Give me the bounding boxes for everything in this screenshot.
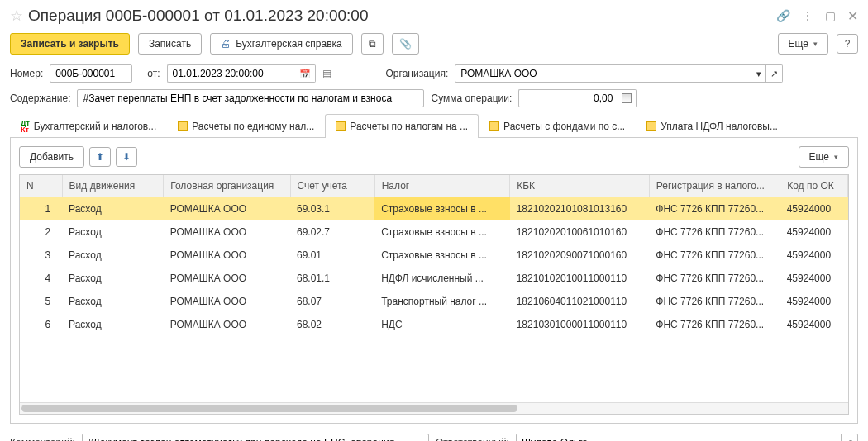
move-down-button[interactable]: ⬇ xyxy=(116,147,137,167)
col-kod[interactable]: Код по ОК xyxy=(780,175,848,197)
comment-label: Комментарий: xyxy=(10,437,75,441)
table-row[interactable]: 4РасходРОМАШКА ООО68.01.1НДФЛ исчисленны… xyxy=(20,267,848,290)
number-input[interactable] xyxy=(50,64,132,83)
responsible-input[interactable] xyxy=(516,434,827,441)
kebab-icon[interactable]: ⋮ xyxy=(802,9,813,22)
cell-nalog: НДФЛ исчисленный ... xyxy=(374,267,510,290)
cell-kbk: 18210301000011000110 xyxy=(510,313,650,336)
cell-kod: 45924000 xyxy=(780,313,848,336)
cell-org: РОМАШКА ООО xyxy=(164,197,290,221)
cell-n: 4 xyxy=(20,267,62,290)
cell-kbk: 18210202101081013160 xyxy=(510,197,650,221)
cell-reg: ФНС 7726 КПП 77260... xyxy=(649,290,780,313)
cell-kbk: 18210202090071000160 xyxy=(510,244,650,267)
cell-kod: 45924000 xyxy=(780,220,848,244)
more-button[interactable]: Еще xyxy=(778,33,828,55)
col-acct[interactable]: Счет учета xyxy=(290,175,374,197)
save-close-button[interactable]: Записать и закрыть xyxy=(10,33,130,55)
cell-vid: Расход xyxy=(62,244,164,267)
cell-nalog: Транспортный налог ... xyxy=(374,290,510,313)
cell-n: 6 xyxy=(20,313,62,336)
cell-kod: 45924000 xyxy=(780,244,848,267)
tab-label: Расчеты по налогам на ... xyxy=(350,121,468,132)
save-button[interactable]: Записать xyxy=(138,33,202,55)
link-icon[interactable]: 🔗 xyxy=(776,9,790,22)
tab-label: Уплата НДФЛ налоговы... xyxy=(661,121,778,132)
col-vid[interactable]: Вид движения xyxy=(62,175,164,197)
cell-acct: 68.07 xyxy=(290,290,374,313)
tab-label: Расчеты с фондами по с... xyxy=(503,121,625,132)
debit-credit-icon: ДтКт xyxy=(21,120,30,133)
date-extra-icon[interactable]: ▤ xyxy=(322,68,331,79)
table-row[interactable]: 2РасходРОМАШКА ООО69.02.7Страховые взнос… xyxy=(20,220,848,244)
copy-icon-button[interactable]: ⧉ xyxy=(361,33,384,55)
org-label: Организация: xyxy=(386,68,449,79)
cell-acct: 68.01.1 xyxy=(290,267,374,290)
panel-more-button[interactable]: Еще xyxy=(799,146,849,168)
tab-icon xyxy=(336,121,346,131)
tab[interactable]: Расчеты по единому нал... xyxy=(167,114,325,138)
horizontal-scrollbar[interactable] xyxy=(20,402,848,414)
cell-reg: ФНС 7726 КПП 77260... xyxy=(649,244,780,267)
cell-acct: 68.02 xyxy=(290,313,374,336)
org-input[interactable] xyxy=(455,64,752,83)
close-icon[interactable]: ✕ xyxy=(847,8,858,24)
tab-icon xyxy=(178,121,188,131)
window-icon[interactable]: ▢ xyxy=(825,9,836,22)
content-input[interactable] xyxy=(77,89,424,107)
table-row[interactable]: 5РасходРОМАШКА ООО68.07Транспортный нало… xyxy=(20,290,848,313)
comment-input[interactable] xyxy=(82,434,429,441)
cell-acct: 69.03.1 xyxy=(290,197,374,221)
favorite-star-icon[interactable]: ☆ xyxy=(10,7,23,25)
attachment-button[interactable]: 📎 xyxy=(392,33,419,55)
table-row[interactable]: 6РасходРОМАШКА ООО68.02НДС18210301000011… xyxy=(20,313,848,336)
responsible-open-icon[interactable]: ↗ xyxy=(842,434,858,441)
tab[interactable]: Расчеты с фондами по с... xyxy=(479,114,636,138)
cell-vid: Расход xyxy=(62,220,164,244)
add-button[interactable]: Добавить xyxy=(19,146,84,168)
cell-vid: Расход xyxy=(62,313,164,336)
sum-label: Сумма операции: xyxy=(431,92,512,104)
cell-reg: ФНС 7726 КПП 77260... xyxy=(649,313,780,336)
printer-icon: 🖨 xyxy=(221,38,231,50)
responsible-label: Ответственный: xyxy=(436,437,509,441)
col-kbk[interactable]: КБК xyxy=(510,175,650,197)
org-open-icon[interactable]: ↗ xyxy=(766,64,783,83)
content-label: Содержание: xyxy=(10,92,70,104)
tab[interactable]: ДтКтБухгалтерский и налогов... xyxy=(10,114,167,138)
cell-vid: Расход xyxy=(62,197,164,221)
calendar-icon[interactable]: 📅 xyxy=(295,64,316,83)
cell-kbk: 18210102010011000110 xyxy=(510,267,650,290)
tab[interactable]: Уплата НДФЛ налоговы... xyxy=(636,114,789,138)
number-label: Номер: xyxy=(10,68,43,79)
cell-reg: ФНС 7726 КПП 77260... xyxy=(649,197,780,221)
col-org[interactable]: Головная организация xyxy=(164,175,290,197)
sum-input[interactable] xyxy=(518,89,618,107)
cell-kbk: 18210604011021000110 xyxy=(510,290,650,313)
move-up-button[interactable]: ⬆ xyxy=(89,147,111,167)
cell-reg: ФНС 7726 КПП 77260... xyxy=(649,267,780,290)
cell-org: РОМАШКА ООО xyxy=(164,290,290,313)
col-nalog[interactable]: Налог xyxy=(374,175,510,197)
org-dropdown-icon[interactable]: ▾ xyxy=(752,64,766,83)
date-label: от: xyxy=(147,68,160,79)
date-input[interactable] xyxy=(167,64,295,83)
col-reg[interactable]: Регистрация в налого... xyxy=(649,175,780,197)
cell-acct: 69.02.7 xyxy=(290,220,374,244)
table-row[interactable]: 1РасходРОМАШКА ООО69.03.1Страховые взнос… xyxy=(20,197,848,221)
tab[interactable]: Расчеты по налогам на ... xyxy=(325,114,479,138)
table-blank-area[interactable] xyxy=(20,336,848,402)
tab-icon xyxy=(646,121,656,131)
cell-org: РОМАШКА ООО xyxy=(164,267,290,290)
cell-vid: Расход xyxy=(62,290,164,313)
col-n[interactable]: N xyxy=(20,175,62,197)
help-button[interactable]: ? xyxy=(837,34,858,54)
tab-icon xyxy=(489,121,499,131)
cell-kod: 45924000 xyxy=(780,197,848,221)
responsible-dropdown-icon[interactable]: ▾ xyxy=(827,434,842,441)
calculator-icon[interactable] xyxy=(618,89,637,107)
table-row[interactable]: 3РасходРОМАШКА ООО69.01Страховые взносы … xyxy=(20,244,848,267)
cell-n: 1 xyxy=(20,197,62,221)
accounting-report-button[interactable]: 🖨 Бухгалтерская справка xyxy=(210,33,353,55)
cell-nalog: Страховые взносы в ... xyxy=(374,244,510,267)
